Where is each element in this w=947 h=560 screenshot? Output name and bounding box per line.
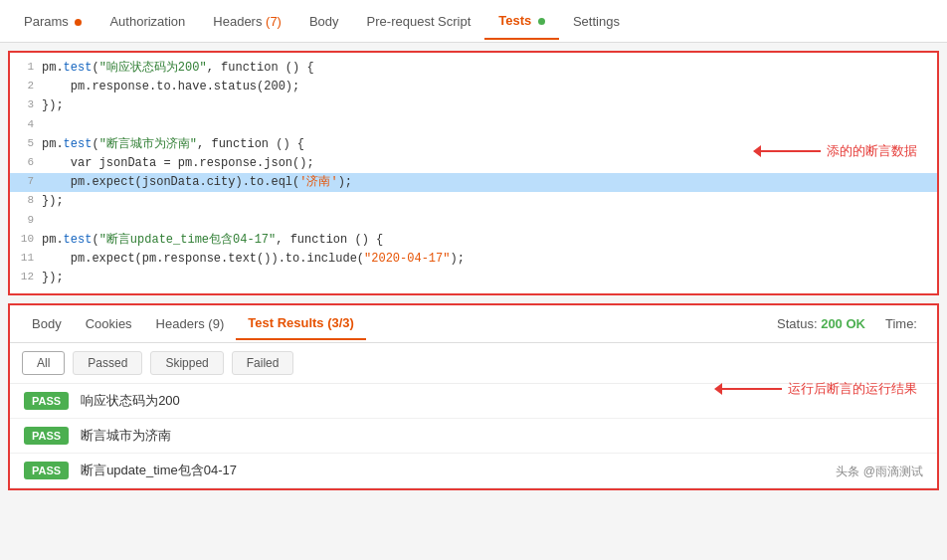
code-line-7: 7 pm.expect(jsonData.city).to.eql('济南'); (10, 173, 937, 192)
tab-pre-request[interactable]: Pre-request Script (353, 4, 485, 39)
code-line-3: 3 }); (10, 96, 937, 115)
annotation-arrow (761, 150, 821, 152)
results-arrow (722, 388, 782, 390)
pass-badge-3: PASS (24, 462, 69, 479)
filter-skipped[interactable]: Skipped (150, 351, 223, 375)
code-line-11: 11 pm.expect(pm.response.text()).to.incl… (10, 250, 937, 269)
status-value: 200 OK (821, 316, 865, 331)
tab-headers[interactable]: Headers (7) (199, 4, 295, 39)
code-editor: 1 pm.test("响应状态码为200", function () { 2 p… (8, 51, 939, 295)
tab-settings[interactable]: Settings (559, 4, 634, 39)
code-line-4: 4 (10, 116, 937, 135)
filter-all[interactable]: All (22, 351, 65, 375)
tests-dot (538, 18, 545, 25)
code-line-10: 10 pm.test("断言update_time包含04-17", funct… (10, 231, 937, 250)
main-wrapper: Params Authorization Headers (7) Body Pr… (0, 0, 947, 560)
tab-body[interactable]: Body (295, 4, 353, 39)
bottom-tab-cookies[interactable]: Cookies (74, 308, 144, 339)
annotation-text: 添的的断言数据 (827, 142, 917, 160)
filter-passed[interactable]: Passed (73, 351, 142, 375)
results-panel: Body Cookies Headers (9) Test Results (3… (8, 303, 939, 490)
result-text-3: 断言update_time包含04-17 (81, 462, 237, 479)
bottom-tab-test-results[interactable]: Test Results (3/3) (236, 307, 366, 340)
result-item-2: PASS 断言城市为济南 (10, 419, 937, 454)
bottom-tab-bar: Body Cookies Headers (9) Test Results (3… (10, 305, 937, 343)
code-annotation: 添的的断言数据 (761, 142, 917, 160)
status-area: Status: 200 OK Time: (777, 316, 927, 331)
result-text-2: 断言城市为济南 (81, 427, 171, 445)
tab-params[interactable]: Params (10, 4, 95, 39)
tab-tests[interactable]: Tests (484, 3, 559, 40)
results-annotation-text: 运行后断言的运行结果 (788, 380, 917, 398)
code-line-2: 2 pm.response.to.have.status(200); (10, 78, 937, 96)
time-label: Time: (885, 316, 917, 331)
code-line-9: 9 (10, 212, 937, 231)
filter-bar: All Passed Skipped Failed (10, 343, 937, 384)
results-arrowhead (714, 383, 722, 395)
pass-badge-2: PASS (24, 427, 69, 445)
watermark: 头条 @雨滴测试 (836, 464, 923, 480)
pass-badge-1: PASS (24, 392, 69, 410)
result-item-3: PASS 断言update_time包含04-17 (10, 454, 937, 488)
top-tab-bar: Params Authorization Headers (7) Body Pr… (0, 0, 947, 43)
code-line-1: 1 pm.test("响应状态码为200", function () { (10, 59, 937, 78)
result-text-1: 响应状态码为200 (81, 392, 180, 410)
results-annotation-container: 运行后断言的运行结果 (722, 380, 917, 398)
params-dot (75, 19, 82, 26)
bottom-tab-headers[interactable]: Headers (9) (144, 308, 237, 339)
filter-failed[interactable]: Failed (232, 351, 294, 375)
status-label: Status: 200 OK (777, 316, 865, 331)
bottom-tab-body[interactable]: Body (20, 308, 74, 339)
code-line-12: 12 }); (10, 269, 937, 287)
code-line-8: 8 }); (10, 192, 937, 211)
tab-authorization[interactable]: Authorization (95, 4, 199, 39)
